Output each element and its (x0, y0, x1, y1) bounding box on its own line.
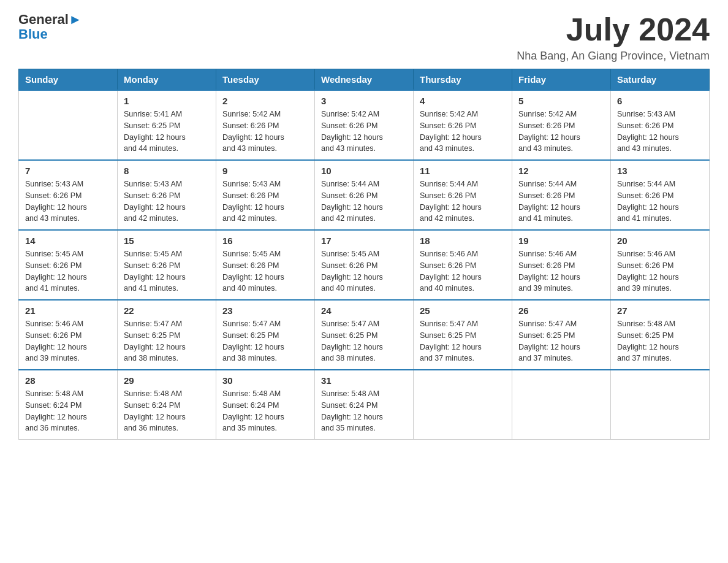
calendar-cell: 16Sunrise: 5:45 AMSunset: 6:26 PMDayligh… (216, 230, 315, 300)
week-row-3: 14Sunrise: 5:45 AMSunset: 6:26 PMDayligh… (19, 230, 710, 300)
calendar-cell: 17Sunrise: 5:45 AMSunset: 6:26 PMDayligh… (315, 230, 414, 300)
logo: General► Blue (18, 12, 82, 42)
day-number: 1 (124, 96, 210, 106)
day-number: 8 (124, 166, 210, 176)
day-info: Sunrise: 5:48 AMSunset: 6:24 PMDaylight:… (124, 388, 210, 434)
day-info: Sunrise: 5:44 AMSunset: 6:26 PMDaylight:… (321, 178, 407, 224)
day-header-friday: Friday (512, 69, 611, 91)
calendar-cell: 27Sunrise: 5:48 AMSunset: 6:25 PMDayligh… (611, 300, 710, 370)
calendar-cell: 25Sunrise: 5:47 AMSunset: 6:25 PMDayligh… (414, 300, 512, 370)
day-number: 14 (25, 236, 111, 246)
day-number: 17 (321, 236, 407, 246)
day-info: Sunrise: 5:44 AMSunset: 6:26 PMDaylight:… (420, 178, 506, 224)
day-info: Sunrise: 5:43 AMSunset: 6:26 PMDaylight:… (222, 178, 308, 224)
calendar-header-row: SundayMondayTuesdayWednesdayThursdayFrid… (19, 69, 710, 91)
day-info: Sunrise: 5:48 AMSunset: 6:24 PMDaylight:… (222, 388, 308, 434)
day-number: 6 (617, 96, 703, 106)
calendar-cell: 3Sunrise: 5:42 AMSunset: 6:26 PMDaylight… (315, 90, 414, 160)
calendar-cell: 19Sunrise: 5:46 AMSunset: 6:26 PMDayligh… (512, 230, 611, 300)
location: Nha Bang, An Giang Province, Vietnam (517, 50, 710, 63)
calendar-table: SundayMondayTuesdayWednesdayThursdayFrid… (18, 69, 710, 440)
day-number: 22 (124, 305, 210, 316)
day-info: Sunrise: 5:46 AMSunset: 6:26 PMDaylight:… (617, 248, 703, 294)
day-number: 3 (321, 96, 407, 106)
day-info: Sunrise: 5:47 AMSunset: 6:25 PMDaylight:… (420, 318, 506, 364)
calendar-cell: 9Sunrise: 5:43 AMSunset: 6:26 PMDaylight… (216, 160, 315, 230)
day-info: Sunrise: 5:48 AMSunset: 6:24 PMDaylight:… (25, 388, 111, 434)
day-info: Sunrise: 5:43 AMSunset: 6:26 PMDaylight:… (617, 109, 703, 155)
logo-text: General► (18, 12, 82, 27)
day-number: 30 (222, 375, 308, 386)
day-number: 26 (518, 305, 604, 316)
day-header-tuesday: Tuesday (216, 69, 315, 91)
day-number: 2 (222, 96, 308, 106)
day-number: 16 (222, 236, 308, 246)
day-info: Sunrise: 5:47 AMSunset: 6:25 PMDaylight:… (222, 318, 308, 364)
day-info: Sunrise: 5:47 AMSunset: 6:25 PMDaylight:… (124, 318, 210, 364)
day-number: 19 (518, 236, 604, 246)
day-info: Sunrise: 5:44 AMSunset: 6:26 PMDaylight:… (617, 178, 703, 224)
day-info: Sunrise: 5:47 AMSunset: 6:25 PMDaylight:… (321, 318, 407, 364)
day-number: 15 (124, 236, 210, 246)
day-number: 27 (617, 305, 703, 316)
calendar-cell: 8Sunrise: 5:43 AMSunset: 6:26 PMDaylight… (118, 160, 216, 230)
day-info: Sunrise: 5:43 AMSunset: 6:26 PMDaylight:… (124, 178, 210, 224)
calendar-cell: 11Sunrise: 5:44 AMSunset: 6:26 PMDayligh… (414, 160, 512, 230)
week-row-4: 21Sunrise: 5:46 AMSunset: 6:26 PMDayligh… (19, 300, 710, 370)
day-number: 31 (321, 375, 407, 386)
calendar-cell: 12Sunrise: 5:44 AMSunset: 6:26 PMDayligh… (512, 160, 611, 230)
day-info: Sunrise: 5:46 AMSunset: 6:26 PMDaylight:… (420, 248, 506, 294)
day-header-thursday: Thursday (414, 69, 512, 91)
calendar-cell: 4Sunrise: 5:42 AMSunset: 6:26 PMDaylight… (414, 90, 512, 160)
day-number: 29 (124, 375, 210, 386)
day-header-saturday: Saturday (611, 69, 710, 91)
calendar-cell (19, 90, 118, 160)
month-title: July 2024 (517, 12, 710, 47)
day-number: 25 (420, 305, 506, 316)
day-info: Sunrise: 5:44 AMSunset: 6:26 PMDaylight:… (518, 178, 604, 224)
day-info: Sunrise: 5:45 AMSunset: 6:26 PMDaylight:… (124, 248, 210, 294)
calendar-cell: 15Sunrise: 5:45 AMSunset: 6:26 PMDayligh… (118, 230, 216, 300)
calendar-cell: 14Sunrise: 5:45 AMSunset: 6:26 PMDayligh… (19, 230, 118, 300)
day-number: 4 (420, 96, 506, 106)
day-number: 23 (222, 305, 308, 316)
day-info: Sunrise: 5:42 AMSunset: 6:26 PMDaylight:… (518, 109, 604, 155)
day-info: Sunrise: 5:46 AMSunset: 6:26 PMDaylight:… (25, 318, 111, 364)
day-number: 28 (25, 375, 111, 386)
calendar-cell: 6Sunrise: 5:43 AMSunset: 6:26 PMDaylight… (611, 90, 710, 160)
week-row-1: 1Sunrise: 5:41 AMSunset: 6:25 PMDaylight… (19, 90, 710, 160)
day-info: Sunrise: 5:48 AMSunset: 6:24 PMDaylight:… (321, 388, 407, 434)
day-number: 5 (518, 96, 604, 106)
calendar-cell (512, 370, 611, 440)
day-header-sunday: Sunday (19, 69, 118, 91)
calendar-cell: 31Sunrise: 5:48 AMSunset: 6:24 PMDayligh… (315, 370, 414, 440)
calendar-cell (414, 370, 512, 440)
calendar-cell: 29Sunrise: 5:48 AMSunset: 6:24 PMDayligh… (118, 370, 216, 440)
calendar-cell: 21Sunrise: 5:46 AMSunset: 6:26 PMDayligh… (19, 300, 118, 370)
calendar-cell: 2Sunrise: 5:42 AMSunset: 6:26 PMDaylight… (216, 90, 315, 160)
day-number: 21 (25, 305, 111, 316)
day-info: Sunrise: 5:45 AMSunset: 6:26 PMDaylight:… (25, 248, 111, 294)
calendar-cell (611, 370, 710, 440)
calendar-cell: 28Sunrise: 5:48 AMSunset: 6:24 PMDayligh… (19, 370, 118, 440)
calendar-cell: 1Sunrise: 5:41 AMSunset: 6:25 PMDaylight… (118, 90, 216, 160)
day-number: 24 (321, 305, 407, 316)
calendar-cell: 24Sunrise: 5:47 AMSunset: 6:25 PMDayligh… (315, 300, 414, 370)
day-number: 13 (617, 166, 703, 176)
day-number: 9 (222, 166, 308, 176)
calendar-cell: 13Sunrise: 5:44 AMSunset: 6:26 PMDayligh… (611, 160, 710, 230)
day-number: 18 (420, 236, 506, 246)
day-header-monday: Monday (118, 69, 216, 91)
day-info: Sunrise: 5:41 AMSunset: 6:25 PMDaylight:… (124, 109, 210, 155)
calendar-cell: 26Sunrise: 5:47 AMSunset: 6:25 PMDayligh… (512, 300, 611, 370)
calendar-cell: 18Sunrise: 5:46 AMSunset: 6:26 PMDayligh… (414, 230, 512, 300)
day-number: 10 (321, 166, 407, 176)
week-row-2: 7Sunrise: 5:43 AMSunset: 6:26 PMDaylight… (19, 160, 710, 230)
day-header-wednesday: Wednesday (315, 69, 414, 91)
calendar-cell: 5Sunrise: 5:42 AMSunset: 6:26 PMDaylight… (512, 90, 611, 160)
day-number: 12 (518, 166, 604, 176)
day-info: Sunrise: 5:45 AMSunset: 6:26 PMDaylight:… (222, 248, 308, 294)
calendar-cell: 20Sunrise: 5:46 AMSunset: 6:26 PMDayligh… (611, 230, 710, 300)
calendar-cell: 30Sunrise: 5:48 AMSunset: 6:24 PMDayligh… (216, 370, 315, 440)
calendar-cell: 22Sunrise: 5:47 AMSunset: 6:25 PMDayligh… (118, 300, 216, 370)
